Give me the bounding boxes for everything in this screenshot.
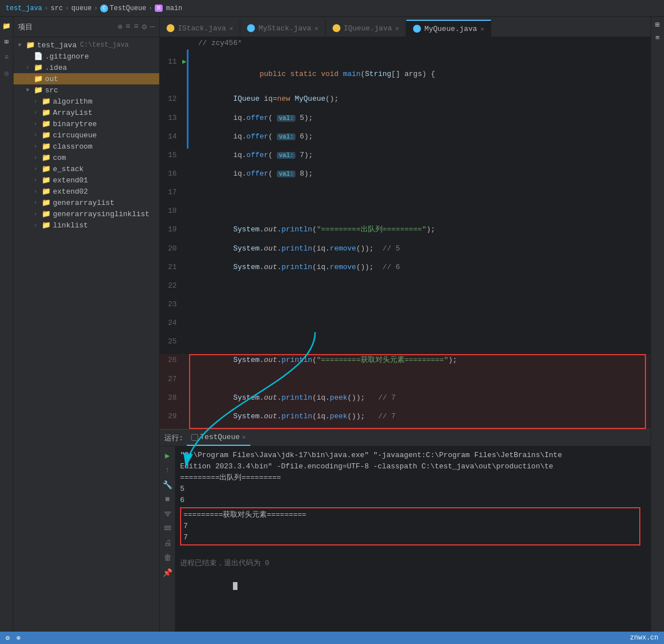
comment: // 5 <box>383 244 400 253</box>
line-num-12: 12 <box>160 93 182 111</box>
print-button[interactable]: 🖨 <box>162 538 173 549</box>
header-icon-add[interactable]: ⊕ <box>118 22 122 32</box>
header-icon-settings[interactable]: ⚙ <box>142 22 146 32</box>
method-name: main <box>343 70 361 78</box>
line-num-18: 18 <box>160 205 182 223</box>
tab-mystack[interactable]: MyStack.java ✕ <box>240 20 325 37</box>
item-label: circuqueue <box>53 131 97 140</box>
blue-scroll-indicator <box>187 50 189 149</box>
header-icon-align2[interactable]: ≡ <box>134 22 138 32</box>
class-name: IQueue <box>233 95 259 103</box>
tree-item-circuqueue[interactable]: › 📁 circuqueue <box>14 129 159 141</box>
breadcrumb-item[interactable]: C TestQueue <box>100 5 146 12</box>
tree-item-out[interactable]: › 📁 out <box>14 73 159 84</box>
code-line-13: 13 iq.offer( val: 5); <box>160 112 650 131</box>
tab-testqueue[interactable]: TestQueue ✕ <box>187 430 250 446</box>
stop-button[interactable]: ■ <box>162 494 173 505</box>
wrench-icon[interactable]: 🔧 <box>162 479 173 490</box>
code-line-16: 16 iq.offer( val: 8); <box>160 168 650 186</box>
tree-item-linklist[interactable]: › 📁 linklist <box>14 220 159 231</box>
tree-item-gitignore[interactable]: 📄 .gitignore <box>14 51 159 62</box>
method-name: offer <box>246 151 268 159</box>
line-num-17: 17 <box>160 186 182 205</box>
keyword: static <box>290 70 317 78</box>
arrow-icon: › <box>34 110 42 116</box>
folder-icon: 📁 <box>34 63 43 72</box>
tree-item-classroom[interactable]: › 📁 classroom <box>14 141 159 152</box>
sidebar-icon-structure[interactable]: ≡ <box>1 52 12 63</box>
arrow-icon: › <box>34 211 42 217</box>
line-content-14: iq.offer( val: 6); <box>194 131 650 149</box>
tree-item-extend02[interactable]: › 📁 extend02 <box>14 186 159 197</box>
header-icon-align[interactable]: ≡ <box>125 22 130 32</box>
scroll-up-button[interactable]: ↑ <box>162 464 173 476</box>
breadcrumb-sep: › <box>44 5 48 12</box>
tabs-bar: IStack.java ✕ MyStack.java ✕ IQueue.java… <box>160 17 650 37</box>
breadcrumb-item[interactable]: test_java <box>6 5 42 12</box>
breadcrumb-item[interactable]: queue <box>71 5 92 12</box>
line-num-16: 16 <box>160 168 182 186</box>
code-line-18: 18 <box>160 205 650 223</box>
breadcrumb-item[interactable]: src <box>51 5 63 12</box>
class-name: System <box>233 356 259 364</box>
tree-item-arraylist[interactable]: › 📁 ArrayList <box>14 107 159 118</box>
folder-icon: 📁 <box>42 142 51 151</box>
line-content-16: iq.offer( val: 8); <box>194 168 650 186</box>
method-name: peek <box>330 393 347 402</box>
tree-item-generarraysinglinklist[interactable]: › 📁 generarraysinglinklist <box>14 208 159 220</box>
console-output[interactable]: "C:\Program Files\Java\jdk-17\bin\java.e… <box>176 446 650 632</box>
line-gutter-28 <box>182 392 194 410</box>
tab-iqueue[interactable]: IQueue.java ✕ <box>326 20 406 37</box>
run-button-11[interactable]: ▶ <box>182 58 186 66</box>
line-content-12: IQueue iq=new MyQueue(); <box>194 93 650 111</box>
delete-button[interactable]: 🗑 <box>162 552 173 564</box>
tree-item-extend01[interactable]: › 📁 extend01 <box>14 175 159 186</box>
sidebar-icon-git[interactable]: ◎ <box>1 68 12 79</box>
run-button[interactable]: ▶ <box>162 450 173 461</box>
line-content-25 <box>194 336 650 354</box>
tree-item-root[interactable]: ▼ 📁 test_java C:\test_java <box>14 39 159 51</box>
line-num-28: 28 <box>160 392 182 410</box>
string: "=========出队列=========" <box>317 225 427 234</box>
item-label: generarraysinglinklist <box>53 210 150 218</box>
right-icon-2[interactable]: ≡ <box>656 34 660 42</box>
code-line-20: 20 System.out.println(iq.remove()); // 5 <box>160 243 650 261</box>
code-editor[interactable]: // zcy456* 11 ▶ public static void main(… <box>160 37 650 429</box>
folder-icon: 📁 <box>42 221 51 230</box>
tree-item-idea[interactable]: › 📁 .idea <box>14 62 159 73</box>
tree-item-algorithm[interactable]: › 📁 algorithm <box>14 96 159 107</box>
tab-istack[interactable]: IStack.java ✕ <box>160 20 240 37</box>
tab-close-icon[interactable]: ✕ <box>396 25 400 32</box>
filter-button[interactable] <box>162 508 173 520</box>
method-icon: m <box>155 5 163 12</box>
tree-item-com[interactable]: › 📁 com <box>14 152 159 163</box>
code-line-27: 27 <box>160 373 650 392</box>
tab-close-icon[interactable]: ✕ <box>315 25 318 32</box>
right-icon-1[interactable]: ⊞ <box>656 20 660 29</box>
string: "=========获取对头元素=========" <box>317 356 448 364</box>
line-num-29: 29 <box>160 410 182 429</box>
val-hint: val: <box>277 133 295 140</box>
method-name: println <box>281 393 312 402</box>
tab-close-icon[interactable]: ✕ <box>481 25 484 33</box>
sidebar-icon-bookmark[interactable]: ⊞ <box>1 36 12 47</box>
tree-item-e-stack[interactable]: › 📁 e_stack <box>14 163 159 175</box>
line-num-22: 22 <box>160 280 182 298</box>
pin-button[interactable]: 📌 <box>162 567 173 578</box>
sidebar-icon-folder[interactable]: 📁 <box>1 20 12 32</box>
code-line-19: 19 System.out.println("=========出队列=====… <box>160 223 650 242</box>
tree-item-generarraylist[interactable]: › 📁 generarraylist <box>14 197 159 208</box>
tab-myqueue[interactable]: MyQueue.java ✕ <box>406 20 491 37</box>
breadcrumb-item[interactable]: m main <box>155 5 182 12</box>
code-line-29: 29 System.out.println(iq.peek()); // 7 <box>160 410 650 429</box>
status-right: znwx.cn <box>630 634 658 642</box>
tree-item-binarytree[interactable]: › 📁 binarytree <box>14 118 159 129</box>
svg-rect-2 <box>167 515 169 516</box>
filter2-button[interactable] <box>162 523 173 534</box>
tab-close-icon[interactable]: ✕ <box>242 433 246 441</box>
tree-item-src[interactable]: ▼ 📁 src <box>14 84 159 96</box>
line-content-23 <box>194 298 650 317</box>
tab-close-icon[interactable]: ✕ <box>230 25 234 32</box>
code-wrapper: // zcy456* 11 ▶ public static void main(… <box>160 37 650 429</box>
header-icon-minimize[interactable]: — <box>150 22 155 32</box>
